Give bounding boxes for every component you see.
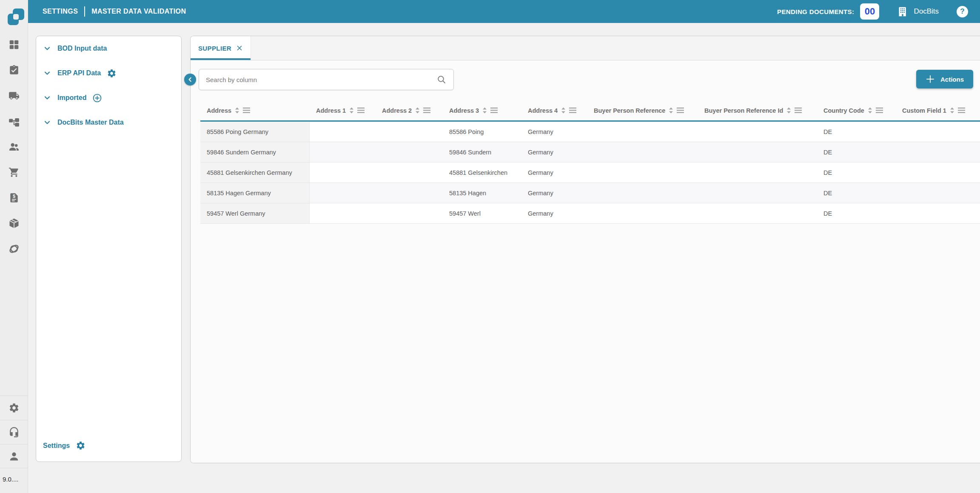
column-menu-icon[interactable]: [876, 108, 883, 113]
column-header-address-3[interactable]: Address 3: [443, 107, 521, 114]
cell-buyer-person-reference-id: [698, 203, 817, 223]
chevron-down-icon[interactable]: [43, 94, 51, 102]
dashboard-icon[interactable]: [9, 39, 20, 50]
cell-address-4: Germany: [521, 142, 587, 162]
column-header-address-1[interactable]: Address 1: [310, 107, 376, 114]
support-headset-icon[interactable]: [9, 427, 20, 438]
org-name: DocBits: [914, 7, 939, 16]
sort-icon[interactable]: [868, 107, 872, 114]
collapse-panel-button[interactable]: [184, 74, 196, 85]
cell-address-4: Germany: [521, 162, 587, 182]
pending-documents-badge: 00: [860, 3, 879, 20]
validated-documents-icon[interactable]: [9, 65, 20, 76]
column-header-label: Address 4: [528, 107, 558, 114]
sort-icon[interactable]: [786, 107, 791, 114]
table-row[interactable]: 45881 Gelsenkirchen Germany45881 Gelsenk…: [200, 162, 980, 183]
chevron-down-icon[interactable]: [43, 44, 51, 53]
cell-address: 58135 Hagen Germany: [200, 183, 310, 203]
actions-button[interactable]: Actions: [916, 70, 973, 88]
column-header-custom-field-1[interactable]: Custom Field 1: [896, 107, 980, 114]
cell-address-2: [376, 142, 443, 162]
gear-icon[interactable]: [107, 68, 117, 78]
close-tab-icon[interactable]: [236, 45, 243, 51]
sort-icon[interactable]: [561, 107, 566, 114]
column-header-address-4[interactable]: Address 4: [521, 107, 587, 114]
column-menu-icon[interactable]: [423, 108, 431, 113]
table-row[interactable]: 58135 Hagen Germany58135 HagenGermanyDE: [200, 183, 980, 203]
panel-item-label: BOD Input data: [57, 45, 107, 52]
cell-buyer-person-reference-id: [698, 142, 817, 162]
panel-item-bod-input-data[interactable]: BOD Input data: [36, 36, 181, 61]
help-button[interactable]: ?: [957, 6, 968, 17]
workflow-icon[interactable]: [9, 116, 20, 127]
purchase-cart-icon[interactable]: [9, 167, 20, 178]
sort-icon[interactable]: [235, 107, 239, 114]
panel-item-imported[interactable]: Imported: [36, 85, 181, 110]
breadcrumb: SETTINGS MASTER DATA VALIDATION: [43, 6, 186, 17]
sort-icon[interactable]: [482, 107, 487, 114]
table-body: 85586 Poing Germany85586 PoingGermanyDE5…: [200, 122, 980, 224]
cell-address-2: [376, 162, 443, 182]
search-icon[interactable]: [436, 74, 447, 85]
column-menu-icon[interactable]: [569, 108, 577, 113]
tab-strip: SUPPLIER: [191, 36, 980, 60]
table-row[interactable]: 85586 Poing Germany85586 PoingGermanyDE: [200, 122, 980, 142]
column-menu-icon[interactable]: [677, 108, 684, 113]
column-menu-icon[interactable]: [795, 108, 802, 113]
column-header-country-code[interactable]: Country Code: [817, 107, 896, 114]
search-input[interactable]: [206, 76, 436, 83]
tab-supplier[interactable]: SUPPLIER: [191, 36, 251, 60]
top-bar: SETTINGS MASTER DATA VALIDATION PENDING …: [28, 0, 980, 23]
cell-custom-field-1: [896, 203, 980, 223]
chevron-down-icon[interactable]: [43, 69, 51, 77]
cell-address-1: [310, 183, 376, 203]
add-circle-icon[interactable]: [92, 93, 102, 103]
column-menu-icon[interactable]: [490, 108, 498, 113]
data-table: AddressAddress 1Address 2Address 3Addres…: [200, 100, 980, 463]
cell-address-3: 85586 Poing: [443, 122, 521, 142]
panel-settings-link[interactable]: Settings: [43, 441, 85, 450]
account-icon[interactable]: [9, 451, 20, 462]
column-menu-icon[interactable]: [958, 108, 966, 113]
column-menu-icon[interactable]: [357, 108, 365, 113]
column-header-buyer-person-reference-id[interactable]: Buyer Person Reference Id: [698, 107, 817, 114]
invoice-icon[interactable]: $: [9, 192, 20, 203]
organization-switcher[interactable]: DocBits: [897, 6, 939, 17]
tab-label: SUPPLIER: [198, 45, 231, 52]
panel-item-erp-api-data[interactable]: ERP API Data: [36, 61, 181, 85]
gear-icon[interactable]: [76, 441, 85, 450]
column-header-buyer-person-reference[interactable]: Buyer Person Reference: [587, 107, 698, 114]
building-icon: [897, 6, 909, 17]
cell-custom-field-1: [896, 142, 980, 162]
shipping-icon[interactable]: [9, 90, 20, 101]
sort-icon[interactable]: [415, 107, 420, 114]
cell-address-3: 59457 Werl: [443, 203, 521, 223]
cell-address-2: [376, 203, 443, 223]
column-menu-icon[interactable]: [243, 108, 251, 113]
sort-icon[interactable]: [669, 107, 673, 114]
pending-documents-label: PENDING DOCUMENTS:: [777, 8, 854, 15]
cell-country-code: DE: [817, 183, 896, 203]
panel-item-label: Imported: [57, 94, 86, 102]
column-header-address[interactable]: Address: [200, 107, 310, 114]
sort-icon[interactable]: [950, 107, 954, 114]
panel-item-docbits-master-data[interactable]: DocBits Master Data: [36, 110, 181, 135]
column-header-address-2[interactable]: Address 2: [376, 107, 443, 114]
cell-address-1: [310, 162, 376, 182]
docbits-logo[interactable]: [3, 3, 26, 28]
integrations-icon[interactable]: [9, 243, 20, 254]
column-header-label: Address: [207, 107, 231, 114]
cell-custom-field-1: [896, 122, 980, 142]
table-row[interactable]: 59457 Werl Germany59457 WerlGermanyDE: [200, 203, 980, 224]
settings-icon[interactable]: [9, 402, 20, 413]
package-icon[interactable]: [9, 218, 20, 229]
table-row[interactable]: 59846 Sundern Germany59846 SundernGerman…: [200, 142, 980, 162]
cell-country-code: DE: [817, 142, 896, 162]
users-icon[interactable]: [9, 141, 20, 152]
sort-icon[interactable]: [349, 107, 354, 114]
breadcrumb-separator: [84, 6, 85, 17]
page-title: MASTER DATA VALIDATION: [91, 8, 186, 15]
chevron-down-icon[interactable]: [43, 118, 51, 127]
cell-address-3: 58135 Hagen: [443, 183, 521, 203]
cell-buyer-person-reference-id: [698, 183, 817, 203]
